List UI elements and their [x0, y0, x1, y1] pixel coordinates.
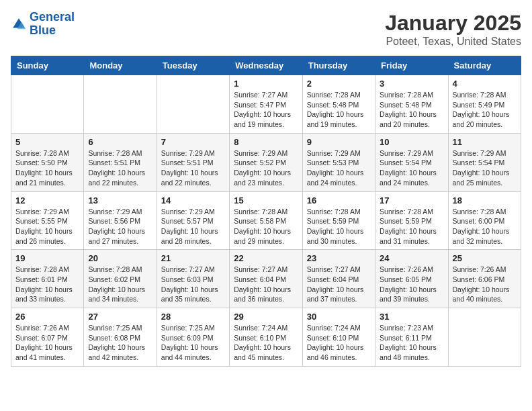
day-info: Sunrise: 7:28 AMSunset: 5:51 PMDaylight:… — [88, 148, 152, 188]
calendar-cell — [448, 308, 521, 367]
day-info: Sunrise: 7:29 AMSunset: 5:56 PMDaylight:… — [88, 207, 152, 246]
calendar-cell: 29Sunrise: 7:24 AMSunset: 6:10 PMDayligh… — [230, 308, 302, 367]
calendar-cell: 2Sunrise: 7:28 AMSunset: 5:48 PMDaylight… — [302, 75, 375, 134]
day-number: 9 — [307, 137, 371, 147]
logo-blue: Blue — [30, 24, 56, 37]
day-info: Sunrise: 7:28 AMSunset: 5:59 PMDaylight:… — [380, 207, 443, 246]
week-row-4: 19Sunrise: 7:28 AMSunset: 6:01 PMDayligh… — [11, 250, 521, 308]
day-number: 5 — [15, 137, 79, 147]
calendar-cell: 23Sunrise: 7:27 AMSunset: 6:04 PMDayligh… — [302, 250, 375, 308]
calendar-cell: 6Sunrise: 7:28 AMSunset: 5:51 PMDaylight… — [84, 133, 157, 191]
day-header-saturday: Saturday — [448, 56, 521, 75]
day-number: 1 — [234, 79, 298, 89]
day-info: Sunrise: 7:28 AMSunset: 5:49 PMDaylight:… — [453, 90, 517, 130]
day-info: Sunrise: 7:29 AMSunset: 5:51 PMDaylight:… — [161, 148, 225, 188]
week-row-5: 26Sunrise: 7:26 AMSunset: 6:07 PMDayligh… — [11, 308, 521, 367]
calendar-cell: 1Sunrise: 7:27 AMSunset: 5:47 PMDaylight… — [230, 75, 302, 134]
day-number: 16 — [307, 195, 371, 205]
day-header-wednesday: Wednesday — [230, 56, 302, 75]
day-number: 22 — [234, 253, 298, 263]
day-number: 26 — [15, 312, 79, 322]
calendar-cell: 18Sunrise: 7:28 AMSunset: 6:00 PMDayligh… — [448, 191, 521, 250]
day-info: Sunrise: 7:23 AMSunset: 6:11 PMDaylight:… — [380, 323, 443, 363]
day-number: 14 — [161, 195, 225, 205]
calendar-cell: 5Sunrise: 7:28 AMSunset: 5:50 PMDaylight… — [11, 133, 84, 191]
week-row-2: 5Sunrise: 7:28 AMSunset: 5:50 PMDaylight… — [11, 133, 521, 191]
title-block: January 2025 Poteet, Texas, United State… — [385, 11, 521, 48]
day-info: Sunrise: 7:28 AMSunset: 5:48 PMDaylight:… — [380, 90, 443, 130]
day-info: Sunrise: 7:25 AMSunset: 6:08 PMDaylight:… — [88, 323, 152, 363]
day-number: 30 — [307, 312, 371, 322]
week-row-1: 1Sunrise: 7:27 AMSunset: 5:47 PMDaylight… — [11, 75, 521, 134]
day-header-tuesday: Tuesday — [157, 56, 229, 75]
day-info: Sunrise: 7:29 AMSunset: 5:54 PMDaylight:… — [380, 148, 443, 188]
day-info: Sunrise: 7:26 AMSunset: 6:05 PMDaylight:… — [380, 265, 443, 304]
day-info: Sunrise: 7:27 AMSunset: 6:03 PMDaylight:… — [161, 265, 225, 304]
day-number: 24 — [380, 253, 443, 263]
day-info: Sunrise: 7:24 AMSunset: 6:10 PMDaylight:… — [307, 323, 371, 363]
calendar-cell: 11Sunrise: 7:29 AMSunset: 5:54 PMDayligh… — [448, 133, 521, 191]
calendar-cell — [84, 75, 157, 134]
calendar-table: SundayMondayTuesdayWednesdayThursdayFrid… — [11, 56, 521, 367]
calendar-cell: 14Sunrise: 7:29 AMSunset: 5:57 PMDayligh… — [157, 191, 229, 250]
calendar-title: January 2025 — [385, 11, 521, 36]
calendar-cell: 20Sunrise: 7:28 AMSunset: 6:02 PMDayligh… — [84, 250, 157, 308]
day-header-thursday: Thursday — [302, 56, 375, 75]
calendar-cell: 26Sunrise: 7:26 AMSunset: 6:07 PMDayligh… — [11, 308, 84, 367]
day-info: Sunrise: 7:28 AMSunset: 5:48 PMDaylight:… — [307, 90, 371, 130]
day-info: Sunrise: 7:28 AMSunset: 6:00 PMDaylight:… — [453, 207, 517, 246]
day-number: 18 — [453, 195, 517, 205]
day-number: 15 — [234, 195, 298, 205]
calendar-cell: 13Sunrise: 7:29 AMSunset: 5:56 PMDayligh… — [84, 191, 157, 250]
day-number: 10 — [380, 137, 443, 147]
calendar-cell: 4Sunrise: 7:28 AMSunset: 5:49 PMDaylight… — [448, 75, 521, 134]
day-info: Sunrise: 7:28 AMSunset: 5:50 PMDaylight:… — [15, 148, 79, 188]
day-info: Sunrise: 7:26 AMSunset: 6:07 PMDaylight:… — [15, 323, 79, 363]
calendar-cell — [157, 75, 229, 134]
day-number: 27 — [88, 312, 152, 322]
day-header-monday: Monday — [84, 56, 157, 75]
calendar-header-row: SundayMondayTuesdayWednesdayThursdayFrid… — [11, 56, 521, 75]
day-info: Sunrise: 7:27 AMSunset: 5:47 PMDaylight:… — [234, 90, 298, 130]
day-number: 13 — [88, 195, 152, 205]
day-number: 7 — [161, 137, 225, 147]
day-number: 4 — [453, 79, 517, 89]
logo: General Blue — [11, 11, 75, 38]
day-info: Sunrise: 7:27 AMSunset: 6:04 PMDaylight:… — [307, 265, 371, 304]
day-info: Sunrise: 7:28 AMSunset: 6:02 PMDaylight:… — [88, 265, 152, 304]
day-number: 23 — [307, 253, 371, 263]
calendar-cell: 22Sunrise: 7:27 AMSunset: 6:04 PMDayligh… — [230, 250, 302, 308]
calendar-cell: 30Sunrise: 7:24 AMSunset: 6:10 PMDayligh… — [302, 308, 375, 367]
calendar-cell: 12Sunrise: 7:29 AMSunset: 5:55 PMDayligh… — [11, 191, 84, 250]
calendar-cell: 16Sunrise: 7:28 AMSunset: 5:59 PMDayligh… — [302, 191, 375, 250]
calendar-cell: 15Sunrise: 7:28 AMSunset: 5:58 PMDayligh… — [230, 191, 302, 250]
day-info: Sunrise: 7:25 AMSunset: 6:09 PMDaylight:… — [161, 323, 225, 363]
day-info: Sunrise: 7:29 AMSunset: 5:52 PMDaylight:… — [234, 148, 298, 188]
day-number: 25 — [453, 253, 517, 263]
day-number: 28 — [161, 312, 225, 322]
day-number: 2 — [307, 79, 371, 89]
day-number: 3 — [380, 79, 443, 89]
day-number: 17 — [380, 195, 443, 205]
day-info: Sunrise: 7:29 AMSunset: 5:53 PMDaylight:… — [307, 148, 371, 188]
day-header-friday: Friday — [375, 56, 448, 75]
week-row-3: 12Sunrise: 7:29 AMSunset: 5:55 PMDayligh… — [11, 191, 521, 250]
day-info: Sunrise: 7:29 AMSunset: 5:57 PMDaylight:… — [161, 207, 225, 246]
day-number: 19 — [15, 253, 79, 263]
day-number: 12 — [15, 195, 79, 205]
calendar-cell: 8Sunrise: 7:29 AMSunset: 5:52 PMDaylight… — [230, 133, 302, 191]
day-info: Sunrise: 7:24 AMSunset: 6:10 PMDaylight:… — [234, 323, 298, 363]
calendar-subtitle: Poteet, Texas, United States — [385, 36, 521, 48]
day-number: 31 — [380, 312, 443, 322]
calendar-cell: 3Sunrise: 7:28 AMSunset: 5:48 PMDaylight… — [375, 75, 448, 134]
day-info: Sunrise: 7:26 AMSunset: 6:06 PMDaylight:… — [453, 265, 517, 304]
day-info: Sunrise: 7:27 AMSunset: 6:04 PMDaylight:… — [234, 265, 298, 304]
calendar-cell: 9Sunrise: 7:29 AMSunset: 5:53 PMDaylight… — [302, 133, 375, 191]
day-number: 20 — [88, 253, 152, 263]
day-info: Sunrise: 7:28 AMSunset: 6:01 PMDaylight:… — [15, 265, 79, 304]
calendar-cell: 10Sunrise: 7:29 AMSunset: 5:54 PMDayligh… — [375, 133, 448, 191]
calendar-cell — [11, 75, 84, 134]
calendar-cell: 31Sunrise: 7:23 AMSunset: 6:11 PMDayligh… — [375, 308, 448, 367]
calendar-cell: 27Sunrise: 7:25 AMSunset: 6:08 PMDayligh… — [84, 308, 157, 367]
day-number: 21 — [161, 253, 225, 263]
